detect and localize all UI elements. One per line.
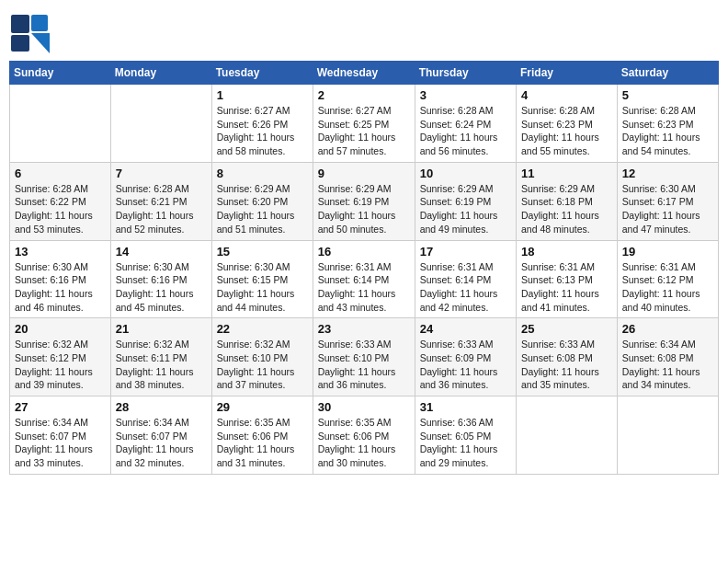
calendar-day-30: 30Sunrise: 6:35 AMSunset: 6:06 PMDayligh… [313, 396, 415, 475]
svg-rect-0 [11, 15, 29, 33]
day-number: 1 [217, 88, 308, 102]
calendar-week-4: 20Sunrise: 6:32 AMSunset: 6:12 PMDayligh… [10, 318, 719, 396]
day-number: 15 [217, 245, 308, 259]
calendar-day-10: 10Sunrise: 6:29 AMSunset: 6:19 PMDayligh… [415, 162, 516, 240]
calendar-day-29: 29Sunrise: 6:35 AMSunset: 6:06 PMDayligh… [211, 396, 313, 475]
day-number: 22 [217, 322, 308, 336]
day-number: 29 [217, 400, 308, 414]
day-info: Sunrise: 6:33 AMSunset: 6:08 PMDaylight:… [521, 338, 612, 392]
day-number: 25 [521, 322, 612, 336]
svg-marker-2 [31, 33, 50, 53]
calendar-day-8: 8Sunrise: 6:29 AMSunset: 6:20 PMDaylight… [211, 162, 313, 240]
day-number: 21 [116, 322, 207, 336]
day-info: Sunrise: 6:27 AMSunset: 6:26 PMDaylight:… [217, 104, 308, 158]
day-info: Sunrise: 6:32 AMSunset: 6:11 PMDaylight:… [116, 338, 207, 392]
day-number: 8 [217, 167, 308, 180]
day-number: 28 [116, 400, 207, 414]
day-number: 12 [622, 167, 713, 180]
day-number: 20 [15, 322, 106, 336]
day-number: 7 [116, 167, 207, 180]
day-number: 26 [622, 322, 713, 336]
calendar-day-23: 23Sunrise: 6:33 AMSunset: 6:10 PMDayligh… [313, 318, 415, 396]
day-number: 11 [521, 167, 612, 180]
weekday-header-sunday: Sunday [10, 62, 111, 85]
day-number: 16 [318, 245, 410, 259]
day-info: Sunrise: 6:29 AMSunset: 6:20 PMDaylight:… [217, 182, 308, 236]
calendar-day-19: 19Sunrise: 6:31 AMSunset: 6:12 PMDayligh… [617, 240, 718, 318]
calendar-day-3: 3Sunrise: 6:28 AMSunset: 6:24 PMDaylight… [415, 85, 516, 163]
day-number: 4 [521, 88, 612, 102]
calendar-day-12: 12Sunrise: 6:30 AMSunset: 6:17 PMDayligh… [617, 162, 718, 240]
weekday-header-monday: Monday [110, 62, 211, 85]
day-number: 13 [15, 245, 106, 259]
calendar-day-15: 15Sunrise: 6:30 AMSunset: 6:15 PMDayligh… [211, 240, 313, 318]
day-info: Sunrise: 6:30 AMSunset: 6:16 PMDaylight:… [116, 260, 207, 315]
day-info: Sunrise: 6:34 AMSunset: 6:07 PMDaylight:… [15, 416, 106, 470]
day-number: 17 [420, 245, 511, 259]
day-info: Sunrise: 6:29 AMSunset: 6:18 PMDaylight:… [521, 182, 612, 236]
day-info: Sunrise: 6:32 AMSunset: 6:12 PMDaylight:… [15, 338, 106, 392]
day-info: Sunrise: 6:30 AMSunset: 6:16 PMDaylight:… [15, 260, 106, 315]
day-number: 3 [420, 88, 511, 102]
day-number: 31 [420, 400, 511, 414]
weekday-header-friday: Friday [517, 62, 618, 85]
logo-icon [9, 13, 50, 53]
calendar-day-25: 25Sunrise: 6:33 AMSunset: 6:08 PMDayligh… [517, 318, 618, 396]
day-info: Sunrise: 6:28 AMSunset: 6:23 PMDaylight:… [622, 104, 713, 158]
calendar-day-18: 18Sunrise: 6:31 AMSunset: 6:13 PMDayligh… [517, 240, 618, 318]
calendar-day-21: 21Sunrise: 6:32 AMSunset: 6:11 PMDayligh… [110, 318, 211, 396]
day-number: 6 [15, 167, 106, 180]
day-info: Sunrise: 6:27 AMSunset: 6:25 PMDaylight:… [318, 104, 410, 158]
calendar-day-16: 16Sunrise: 6:31 AMSunset: 6:14 PMDayligh… [313, 240, 415, 318]
calendar-table: SundayMondayTuesdayWednesdayThursdayFrid… [9, 61, 719, 475]
day-info: Sunrise: 6:34 AMSunset: 6:08 PMDaylight:… [622, 338, 713, 392]
day-info: Sunrise: 6:35 AMSunset: 6:06 PMDaylight:… [217, 416, 308, 470]
calendar-day-26: 26Sunrise: 6:34 AMSunset: 6:08 PMDayligh… [617, 318, 718, 396]
calendar-week-1: 1Sunrise: 6:27 AMSunset: 6:26 PMDaylight… [10, 85, 719, 163]
calendar-week-2: 6Sunrise: 6:28 AMSunset: 6:22 PMDaylight… [10, 162, 719, 240]
weekday-header-thursday: Thursday [415, 62, 516, 85]
calendar-day-31: 31Sunrise: 6:36 AMSunset: 6:05 PMDayligh… [415, 396, 516, 475]
day-info: Sunrise: 6:28 AMSunset: 6:21 PMDaylight:… [116, 182, 207, 236]
calendar-day-20: 20Sunrise: 6:32 AMSunset: 6:12 PMDayligh… [10, 318, 111, 396]
calendar-day-4: 4Sunrise: 6:28 AMSunset: 6:23 PMDaylight… [517, 85, 618, 163]
day-info: Sunrise: 6:28 AMSunset: 6:22 PMDaylight:… [15, 182, 106, 236]
empty-cell [617, 396, 718, 475]
day-number: 18 [521, 245, 612, 259]
weekday-header-wednesday: Wednesday [313, 62, 415, 85]
day-info: Sunrise: 6:30 AMSunset: 6:17 PMDaylight:… [622, 182, 713, 236]
empty-cell [517, 396, 618, 475]
day-number: 14 [116, 245, 207, 259]
day-number: 30 [318, 400, 410, 414]
day-info: Sunrise: 6:29 AMSunset: 6:19 PMDaylight:… [318, 182, 410, 236]
day-info: Sunrise: 6:31 AMSunset: 6:14 PMDaylight:… [318, 260, 410, 315]
day-info: Sunrise: 6:30 AMSunset: 6:15 PMDaylight:… [217, 260, 308, 315]
calendar-day-13: 13Sunrise: 6:30 AMSunset: 6:16 PMDayligh… [10, 240, 111, 318]
calendar-day-14: 14Sunrise: 6:30 AMSunset: 6:16 PMDayligh… [110, 240, 211, 318]
day-info: Sunrise: 6:34 AMSunset: 6:07 PMDaylight:… [116, 416, 207, 470]
weekday-header-row: SundayMondayTuesdayWednesdayThursdayFrid… [10, 62, 719, 85]
day-number: 27 [15, 400, 106, 414]
day-info: Sunrise: 6:35 AMSunset: 6:06 PMDaylight:… [318, 416, 410, 470]
calendar-day-17: 17Sunrise: 6:31 AMSunset: 6:14 PMDayligh… [415, 240, 516, 318]
day-info: Sunrise: 6:36 AMSunset: 6:05 PMDaylight:… [420, 416, 511, 470]
calendar-day-5: 5Sunrise: 6:28 AMSunset: 6:23 PMDaylight… [617, 85, 718, 163]
calendar-day-27: 27Sunrise: 6:34 AMSunset: 6:07 PMDayligh… [10, 396, 111, 475]
calendar-day-1: 1Sunrise: 6:27 AMSunset: 6:26 PMDaylight… [211, 85, 313, 163]
day-number: 5 [622, 88, 713, 102]
calendar-day-22: 22Sunrise: 6:32 AMSunset: 6:10 PMDayligh… [211, 318, 313, 396]
calendar-day-9: 9Sunrise: 6:29 AMSunset: 6:19 PMDaylight… [313, 162, 415, 240]
day-info: Sunrise: 6:32 AMSunset: 6:10 PMDaylight:… [217, 338, 308, 392]
empty-cell [10, 85, 111, 163]
calendar-day-11: 11Sunrise: 6:29 AMSunset: 6:18 PMDayligh… [517, 162, 618, 240]
day-info: Sunrise: 6:33 AMSunset: 6:10 PMDaylight:… [318, 338, 410, 392]
calendar-day-6: 6Sunrise: 6:28 AMSunset: 6:22 PMDaylight… [10, 162, 111, 240]
logo [9, 13, 53, 53]
svg-rect-1 [31, 15, 48, 31]
calendar-week-3: 13Sunrise: 6:30 AMSunset: 6:16 PMDayligh… [10, 240, 719, 318]
calendar-day-2: 2Sunrise: 6:27 AMSunset: 6:25 PMDaylight… [313, 85, 415, 163]
day-info: Sunrise: 6:28 AMSunset: 6:24 PMDaylight:… [420, 104, 511, 158]
calendar-day-24: 24Sunrise: 6:33 AMSunset: 6:09 PMDayligh… [415, 318, 516, 396]
weekday-header-saturday: Saturday [617, 62, 718, 85]
day-info: Sunrise: 6:31 AMSunset: 6:14 PMDaylight:… [420, 260, 511, 315]
